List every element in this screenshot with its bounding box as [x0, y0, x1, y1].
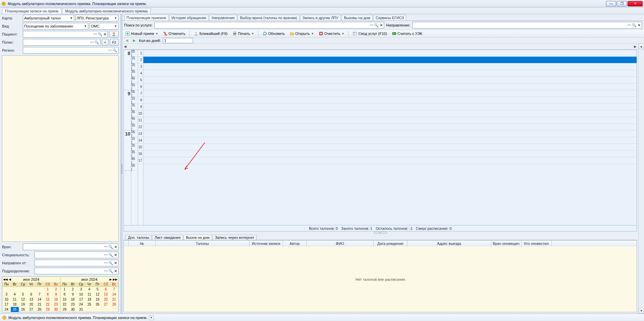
scroll-down-icon[interactable]: ▼ [639, 308, 644, 314]
minimize-button[interactable]: — [606, 1, 616, 6]
cancel-button[interactable]: Отменить [161, 30, 187, 37]
lower-tab-1[interactable]: Лист ожидания [152, 235, 183, 240]
schedule-row[interactable] [143, 104, 637, 110]
svod-button[interactable]: Свод услуг (F10) [351, 30, 388, 37]
input-spec[interactable]: ⋯ 🔍 ✕ [34, 252, 119, 258]
lower-tab-0[interactable]: Доп. талоны [126, 235, 151, 240]
dots-icon[interactable]: ⋯ [90, 40, 93, 45]
schedule-row[interactable] [143, 124, 637, 130]
schedule-row[interactable] [143, 130, 637, 137]
schedule-row[interactable] [143, 110, 637, 117]
right-tab-6[interactable]: Сервисы ЕГИСЗ [373, 15, 406, 20]
close-button[interactable]: ✕ [628, 1, 643, 6]
module-tab-planner[interactable]: Планировщик записи на прием [2, 8, 61, 14]
schedule-row[interactable] [143, 151, 637, 157]
column-header-7[interactable]: Врач оповещен [491, 240, 521, 247]
scroll-up-icon[interactable]: ▲ [639, 44, 644, 49]
uek-button[interactable]: Считать с УЭК [390, 30, 424, 37]
right-tab-3[interactable]: Выбор врача (талоны по врачам) [238, 15, 300, 20]
column-header-4[interactable]: ФИО [307, 240, 374, 247]
svg-rect-11 [353, 32, 357, 35]
calendar-july[interactable]: июл 2024▶ ▶▶ ПнВтСрЧтПтСбВс 123456789101… [60, 277, 118, 312]
schedule-row[interactable] [143, 144, 637, 151]
schedule-row[interactable] [143, 117, 637, 124]
input-podr[interactable]: ⋯ 🔍 ✕ [34, 268, 119, 274]
schedule-row[interactable] [143, 70, 637, 77]
clear-icon[interactable]: ✕ [103, 32, 106, 37]
search-icon[interactable]: 🔍 [94, 40, 99, 45]
refresh-button[interactable]: Обновить [261, 30, 287, 37]
column-header-8[interactable]: Кто оповестил [521, 240, 552, 247]
combo-vid[interactable]: Посещение по заболеванию▼ [23, 23, 88, 30]
schedule-row[interactable] [143, 57, 637, 63]
next-day-button[interactable]: ▶ [132, 38, 137, 43]
maximize-button[interactable]: ❐ [617, 1, 627, 6]
input-search-uslugi[interactable]: ⋯ 🔍 ✕ [154, 22, 384, 29]
input-pacient[interactable]: ⋯ 🔍 ✕ [23, 31, 108, 38]
lower-tab-3[interactable]: Запись через интернет [213, 235, 257, 240]
right-panel: Планировщик приемовИстория обращенияНапр… [122, 14, 644, 314]
f2-button[interactable]: F2 [110, 39, 119, 46]
prev-month-double-icon[interactable]: ◀◀ ◀ [3, 277, 11, 282]
schedule-row[interactable] [143, 63, 637, 70]
right-tab-2[interactable]: Направления [209, 15, 237, 20]
schedule-row[interactable] [143, 77, 637, 84]
prev-day-button[interactable]: ◀ [124, 38, 130, 43]
input-vrach[interactable]: ⋯ 🔍 ✕ [23, 244, 119, 250]
schedule-row[interactable] [143, 90, 637, 97]
footer-close-button[interactable]: ✕ [149, 315, 154, 320]
column-header-0[interactable]: № [129, 240, 155, 247]
input-days[interactable] [163, 38, 193, 43]
input-search-napr[interactable]: ⋯ 🔍 ✕ [412, 22, 642, 29]
window-titlebar: Модуль амбулаторно-поликлинического прие… [0, 0, 644, 7]
combo-karta[interactable]: Амбулаторный талон▼ [23, 15, 74, 21]
input-region[interactable]: ⋯ 🔍 [23, 47, 119, 54]
calendar-june[interactable]: ◀◀ ◀июн 2024 ПнВтСрЧтПтСбВс 123456789101… [2, 277, 60, 312]
combo-oms[interactable]: ОМС▼ [90, 23, 119, 30]
new-visit-button[interactable]: Новый прием▼ [124, 30, 160, 37]
add-polis-button[interactable]: + [102, 39, 108, 46]
column-header-2[interactable]: Источник записи [249, 240, 283, 247]
schedule-row[interactable] [143, 50, 637, 57]
combo-lpu[interactable]: ЛПУ, Регистратура▼ [76, 15, 119, 21]
open-button[interactable]: Открыть▼ [288, 30, 316, 37]
column-header-5[interactable]: Дата рождения [374, 240, 407, 247]
patient-card-button[interactable] [109, 31, 119, 38]
lower-tab-2[interactable]: Вызов на дом [184, 235, 212, 240]
right-tab-5[interactable]: Вызовы на дом [341, 15, 372, 20]
input-napr[interactable]: ⋯ 🔍 ✕ [34, 260, 119, 266]
schedule-row[interactable] [143, 137, 637, 144]
footer-app-icon [2, 315, 7, 320]
svg-rect-13 [393, 33, 394, 34]
right-tab-4[interactable]: Запись в другие ЛПУ [300, 15, 341, 20]
right-tab-1[interactable]: История обращения [169, 15, 209, 20]
svg-rect-12 [392, 33, 396, 35]
print-button[interactable]: Печать▼ [231, 30, 256, 37]
next-month-double-icon[interactable]: ▶ ▶▶ [109, 277, 118, 282]
right-tab-0[interactable]: Планировщик приемов [124, 15, 169, 20]
horizontal-splitter[interactable]: ⋯ [124, 231, 637, 234]
left-tree [2, 55, 119, 242]
column-header-3[interactable]: Автор [283, 240, 307, 247]
search-icon[interactable]: 🔍 [112, 48, 117, 53]
timeline-right-button[interactable]: ▶ [632, 45, 638, 48]
module-tab-outpatient[interactable]: Модуль амбулаторно-поликлинического прие… [62, 8, 151, 14]
nearest-button[interactable]: Ближайший (F8) [192, 30, 229, 37]
vertical-splitter[interactable] [121, 14, 122, 314]
dots-icon[interactable]: ⋯ [93, 32, 97, 37]
label-pacient: Пациент: [2, 32, 21, 36]
dots-icon[interactable]: ⋯ [108, 48, 111, 53]
clear-button[interactable]: Очистить▼ [317, 30, 346, 37]
schedule-row[interactable] [143, 84, 637, 90]
schedule-row[interactable] [143, 157, 637, 164]
column-header-1[interactable]: Талоны [155, 240, 249, 247]
column-header-6[interactable]: Адрес выезда [407, 240, 491, 247]
timeline-left-button[interactable]: ◀ [122, 45, 128, 48]
schedule-row[interactable] [143, 97, 637, 104]
search-icon[interactable]: 🔍 [98, 32, 102, 37]
svg-rect-2 [3, 4, 4, 5]
schedule-timeline[interactable]: 8910 05 |15 |25 |35 |45 |55 |05 |15 |25 … [124, 50, 637, 225]
schedule-scrollbar[interactable]: ▲ ▼ [638, 44, 644, 314]
input-polis[interactable]: ⋯ 🔍 [23, 39, 100, 46]
table-selector-icon[interactable] [124, 240, 129, 247]
